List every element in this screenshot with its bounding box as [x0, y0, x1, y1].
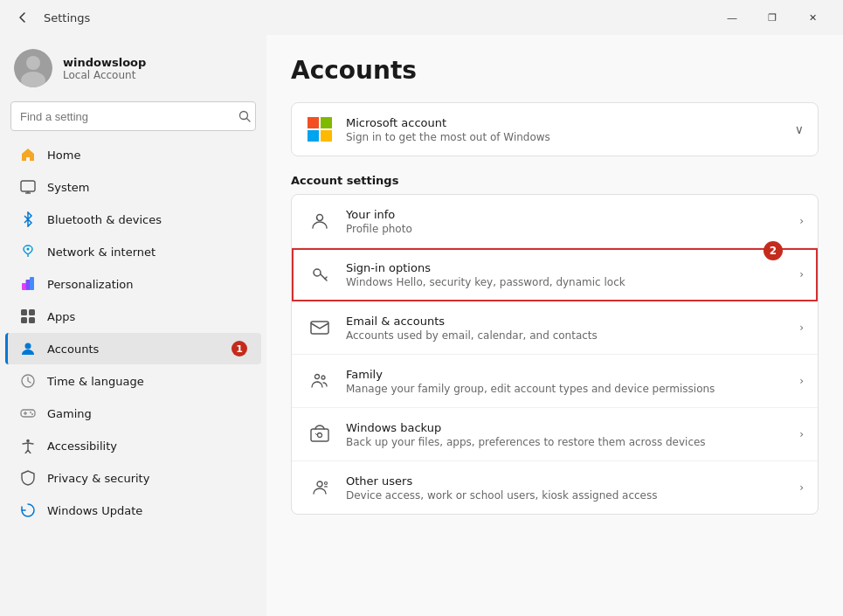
gaming-icon — [19, 405, 37, 422]
search-icon-button[interactable] — [238, 110, 251, 122]
account-settings-card: Your info Profile photo › Sign-in option… — [291, 194, 819, 515]
person-icon — [306, 207, 334, 235]
titlebar: Settings — ❐ ✕ — [0, 0, 843, 35]
svg-rect-25 — [321, 117, 332, 128]
other-users-item[interactable]: Other users Device access, work or schoo… — [292, 461, 818, 514]
email-text: Email & accounts Accounts used by email,… — [346, 315, 787, 342]
chevron-icon-3: › — [799, 322, 804, 334]
family-icon — [306, 367, 334, 395]
sidebar: windowsloop Local Account Home — [0, 35, 266, 616]
sidebar-item-privacy[interactable]: Privacy & security — [5, 462, 261, 494]
svg-rect-26 — [307, 130, 319, 142]
network-icon — [19, 243, 37, 260]
svg-point-36 — [317, 481, 322, 487]
family-title: Family — [346, 368, 787, 381]
family-sub: Manage your family group, edit account t… — [346, 383, 787, 395]
sidebar-label-bluetooth: Bluetooth & devices — [47, 213, 162, 226]
backup-item[interactable]: Windows backup Back up your files, apps,… — [292, 408, 818, 461]
sidebar-item-update[interactable]: Windows Update — [5, 495, 261, 526]
apps-icon — [19, 308, 37, 325]
sidebar-label-time: Time & language — [47, 375, 144, 388]
chevron-icon-2: › — [799, 268, 804, 280]
svg-point-1 — [26, 56, 40, 70]
svg-point-37 — [325, 482, 328, 485]
svg-line-4 — [247, 119, 251, 122]
backup-icon — [306, 420, 334, 448]
privacy-icon — [19, 469, 37, 487]
your-info-item[interactable]: Your info Profile photo › — [292, 195, 818, 248]
svg-rect-12 — [21, 309, 27, 315]
sidebar-item-home[interactable]: Home — [5, 139, 261, 170]
maximize-button[interactable]: ❐ — [752, 0, 792, 35]
svg-point-22 — [31, 413, 33, 415]
sign-in-sub: Windows Hello, security key, password, d… — [346, 276, 787, 288]
sign-in-text: Sign-in options Windows Hello, security … — [346, 261, 787, 288]
sign-in-item[interactable]: Sign-in options Windows Hello, security … — [292, 248, 818, 301]
family-text: Family Manage your family group, edit ac… — [346, 368, 787, 395]
expand-icon: ∨ — [795, 122, 804, 136]
other-users-icon — [306, 474, 334, 502]
sidebar-item-time[interactable]: Time & language — [5, 365, 261, 397]
personalization-icon — [19, 275, 37, 293]
close-button[interactable]: ✕ — [792, 0, 833, 35]
sidebar-label-accounts: Accounts — [47, 343, 99, 356]
svg-point-32 — [315, 375, 320, 379]
chevron-icon: › — [799, 215, 804, 227]
microsoft-account-text: Microsoft account Sign in to get the mos… — [346, 116, 783, 143]
backup-title: Windows backup — [346, 421, 787, 434]
sidebar-item-bluetooth[interactable]: Bluetooth & devices — [5, 204, 261, 235]
family-item[interactable]: Family Manage your family group, edit ac… — [292, 355, 818, 408]
svg-rect-5 — [21, 181, 35, 191]
svg-rect-34 — [311, 429, 328, 441]
sidebar-item-personalization[interactable]: Personalization — [5, 268, 261, 300]
svg-point-28 — [317, 215, 323, 221]
your-info-title: Your info — [346, 208, 787, 221]
sidebar-label-personalization: Personalization — [47, 278, 134, 291]
other-users-title: Other users — [346, 474, 787, 488]
your-info-text: Your info Profile photo — [346, 208, 787, 235]
svg-rect-31 — [311, 322, 328, 334]
svg-rect-11 — [30, 277, 34, 290]
svg-rect-15 — [29, 317, 35, 323]
sidebar-item-accessibility[interactable]: Accessibility — [5, 430, 261, 461]
accounts-badge: 1 — [231, 341, 247, 356]
mail-icon — [306, 314, 334, 342]
microsoft-account-sub: Sign in to get the most out of Windows — [346, 131, 783, 143]
sidebar-item-apps[interactable]: Apps — [5, 301, 261, 332]
svg-point-33 — [321, 376, 325, 379]
svg-rect-18 — [21, 410, 35, 417]
svg-point-21 — [30, 412, 31, 413]
sidebar-item-system[interactable]: System — [5, 171, 261, 203]
sidebar-item-accounts[interactable]: Accounts 1 — [5, 333, 261, 364]
svg-rect-27 — [321, 130, 332, 142]
app-title: Settings — [44, 11, 703, 24]
window-controls: — ❐ ✕ — [712, 0, 833, 35]
sidebar-item-gaming[interactable]: Gaming — [5, 398, 261, 429]
svg-rect-13 — [29, 309, 35, 315]
search-icon — [238, 110, 251, 122]
time-icon — [19, 372, 37, 390]
other-users-sub: Device access, work or school users, kio… — [346, 489, 787, 502]
email-item[interactable]: Email & accounts Accounts used by email,… — [292, 301, 818, 355]
home-icon — [19, 146, 37, 163]
sidebar-label-network: Network & internet — [47, 246, 155, 259]
sidebar-label-home: Home — [47, 149, 80, 162]
minimize-button[interactable]: — — [712, 0, 752, 35]
sidebar-label-update: Windows Update — [47, 504, 142, 517]
user-info: windowsloop Local Account — [63, 56, 146, 81]
chevron-icon-5: › — [799, 428, 804, 440]
backup-sub: Back up your files, apps, preferences to… — [346, 436, 787, 448]
sidebar-label-gaming: Gaming — [47, 407, 92, 420]
svg-point-8 — [27, 248, 30, 251]
search-input[interactable] — [10, 101, 256, 131]
microsoft-account-item[interactable]: Microsoft account Sign in to get the mos… — [292, 103, 818, 156]
back-button[interactable] — [10, 5, 35, 30]
microsoft-account-card: Microsoft account Sign in to get the mos… — [291, 102, 819, 156]
user-profile[interactable]: windowsloop Local Account — [0, 35, 266, 98]
sidebar-nav: Home System Bluetooth & devices — [0, 138, 266, 527]
chevron-icon-4: › — [799, 375, 804, 387]
svg-point-30 — [314, 269, 321, 276]
system-icon — [19, 178, 37, 196]
sidebar-item-network[interactable]: Network & internet — [5, 236, 261, 267]
sidebar-label-apps: Apps — [47, 310, 75, 323]
